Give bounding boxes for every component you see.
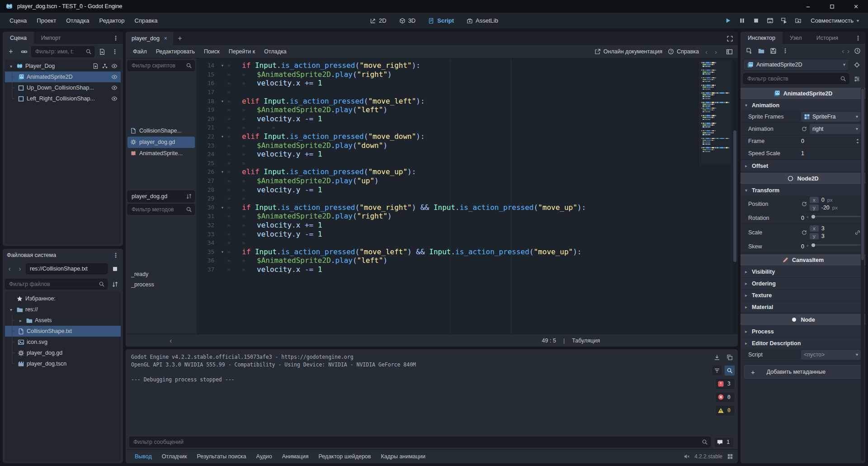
badge-warning[interactable]: 0 (715, 405, 735, 416)
menu-help[interactable]: Справка (130, 15, 163, 26)
play-button[interactable] (722, 15, 734, 27)
code-line[interactable]: 32»»velocity.x += 1 (197, 221, 738, 230)
add-node-button[interactable]: + (5, 46, 17, 57)
stop-button[interactable] (750, 15, 762, 27)
code-line[interactable]: 28»»velocity.y -= 1 (197, 185, 738, 194)
property-filter-input[interactable] (743, 73, 849, 84)
scene-node-row[interactable]: Left_Right_CollisionShap... (5, 93, 121, 104)
fold-toggle-icon[interactable]: ▾ (218, 205, 227, 210)
scrollbar-thumb[interactable] (733, 130, 736, 262)
code-line[interactable]: 16»»velocity.x += 1 (197, 79, 738, 88)
workspace-3d[interactable]: 3D (395, 15, 420, 26)
scene-node-row[interactable]: ▾Player_Dog (5, 61, 121, 71)
inspector-section[interactable]: ▸Ordering (741, 277, 865, 289)
code-line[interactable]: 22▾»elif Input.is_action_pressed("move_d… (197, 132, 738, 141)
file-row[interactable]: player_dog.gd (5, 347, 121, 358)
scroll-left-arrow-icon[interactable]: ‹ (170, 337, 172, 344)
tab-scene[interactable]: Сцена (3, 32, 34, 44)
online-docs-button[interactable]: Онлайн документация (594, 48, 662, 55)
code-vertical-scrollbar[interactable] (733, 59, 737, 333)
property-tools-button[interactable] (851, 73, 863, 85)
code-line[interactable]: 18▾»elif Input.is_action_pressed("move_l… (197, 96, 738, 105)
dock-menu-dots-icon[interactable]: ⋮ (108, 32, 123, 44)
inspector-section[interactable]: ▸Process (741, 325, 865, 337)
tab-import[interactable]: Импорт (34, 32, 68, 44)
file-row[interactable]: ▾res:// (5, 304, 121, 315)
movie-maker-button[interactable] (764, 15, 776, 27)
fold-toggle-icon[interactable]: ▾ (218, 169, 227, 174)
code-line[interactable]: 17» (197, 88, 738, 97)
menu-debug[interactable]: Отладка (61, 15, 94, 26)
badge-message[interactable]: 1 (714, 437, 734, 447)
tab-inspector[interactable]: Инспектор (741, 32, 783, 44)
new-tab-button[interactable]: + (173, 32, 187, 45)
layout-grid-icon[interactable] (727, 453, 733, 460)
inspector-back-button[interactable]: ‹ (841, 47, 845, 55)
code-line[interactable]: 34»» (197, 238, 738, 247)
script-list-item[interactable]: AnimatedSprite... (127, 148, 195, 159)
file-row[interactable]: Избранное: (5, 293, 121, 304)
save-resource-button[interactable] (768, 45, 778, 56)
angle-slider[interactable] (811, 216, 861, 217)
fold-toggle-icon[interactable]: ▾ (218, 63, 227, 68)
code-line[interactable]: 30▾»if Input.is_action_pressed("move_rig… (197, 203, 738, 212)
expand-arrow-icon[interactable]: ▸ (18, 318, 24, 323)
bottom-tab-5[interactable]: Редактор шейдеров (314, 451, 375, 462)
code-line[interactable]: 19»»$AnimatedSprite2D.play("left") (197, 105, 738, 114)
load-resource-button[interactable] (755, 45, 766, 56)
code-line[interactable]: 27»»$AnimatedSprite2D.play("up") (197, 176, 738, 185)
code-line[interactable]: 26▾»elif Input.is_action_pressed("move_u… (197, 167, 738, 176)
file-row[interactable]: icon.svg (5, 337, 121, 347)
method-item[interactable]: _ready (127, 269, 195, 279)
menu-debug[interactable]: Отладка (259, 47, 291, 57)
angle-slider[interactable] (811, 244, 861, 246)
workspace-assetlib[interactable]: AssetLib (462, 15, 503, 26)
badge-errcross[interactable]: 0 (715, 392, 735, 403)
inspector-section[interactable]: ▸Material (741, 301, 865, 313)
toggle-split-mode-button[interactable] (109, 263, 121, 275)
file-filter-input[interactable] (5, 279, 108, 290)
history-forward-button[interactable]: › (15, 265, 24, 272)
code-line[interactable]: 25»» (197, 159, 738, 168)
renderer-select[interactable]: Совместимость ▾ (806, 15, 863, 26)
node-options-button[interactable] (851, 59, 863, 71)
pause-button[interactable] (736, 15, 748, 27)
code-line[interactable]: 20»»velocity.x -= 1 (197, 114, 738, 124)
menu-search[interactable]: Поиск (199, 47, 224, 57)
scene-node-row[interactable]: AnimatedSprite2D (5, 71, 121, 82)
code-line[interactable]: 35▾»if Input.is_action_pressed("move_lef… (197, 247, 738, 256)
scene-filter-input[interactable] (31, 46, 94, 57)
code-line[interactable]: 36»»$AnimatedSprite2D.play("left") (197, 256, 738, 265)
code-editor[interactable]: 14▾»if Input.is_action_pressed("move_rig… (197, 58, 738, 334)
close-button[interactable] (853, 4, 859, 10)
bottom-tab-6[interactable]: Кадры анимации (376, 451, 429, 462)
vector-field-y[interactable]: y3 (810, 233, 852, 239)
bottom-tab-0[interactable]: Вывод (130, 451, 156, 462)
menu-goto[interactable]: Перейти к (224, 47, 259, 57)
inspector-section[interactable]: ▾Transform (741, 184, 865, 196)
vector-field-x[interactable]: x0px (810, 197, 861, 203)
history-back-button[interactable]: ‹ (5, 265, 14, 272)
help-button[interactable]: ? Справка (668, 48, 699, 55)
file-row[interactable]: player_dog.tscn (5, 358, 121, 369)
menu-editor[interactable]: Редактор (94, 15, 130, 26)
dock-menu-dots-icon[interactable]: ⋮ (851, 32, 865, 44)
edited-node-select[interactable]: AnimatedSprite2D ▾ (743, 59, 849, 71)
code-line[interactable]: 21»»»» (197, 123, 738, 132)
file-row[interactable]: ▸Assets (5, 315, 121, 326)
save-output-button[interactable] (712, 352, 722, 363)
vector-field-y[interactable]: y-20px (810, 204, 861, 211)
bottom-tab-3[interactable]: Аудио (251, 451, 276, 462)
tab-history[interactable]: История (809, 32, 845, 44)
bottom-tab-2[interactable]: Результаты поиска (192, 451, 250, 462)
code-line[interactable]: 15»»$AnimatedSprite2D.play("right") (197, 70, 738, 79)
inspector-section[interactable]: ▾Animation (741, 99, 865, 111)
collapse-duplicates-toggle[interactable] (712, 365, 722, 376)
fold-toggle-icon[interactable]: ▾ (218, 134, 227, 139)
bottom-tab-4[interactable]: Анимация (278, 451, 313, 462)
inspector-scrollbar[interactable] (861, 88, 864, 461)
file-row[interactable]: CollisionShape.txt (5, 326, 121, 337)
vector-field-x[interactable]: x3 (810, 225, 852, 232)
inspector-section[interactable]: ▸Offset (741, 160, 865, 171)
inspector-forward-button[interactable]: › (846, 47, 850, 55)
